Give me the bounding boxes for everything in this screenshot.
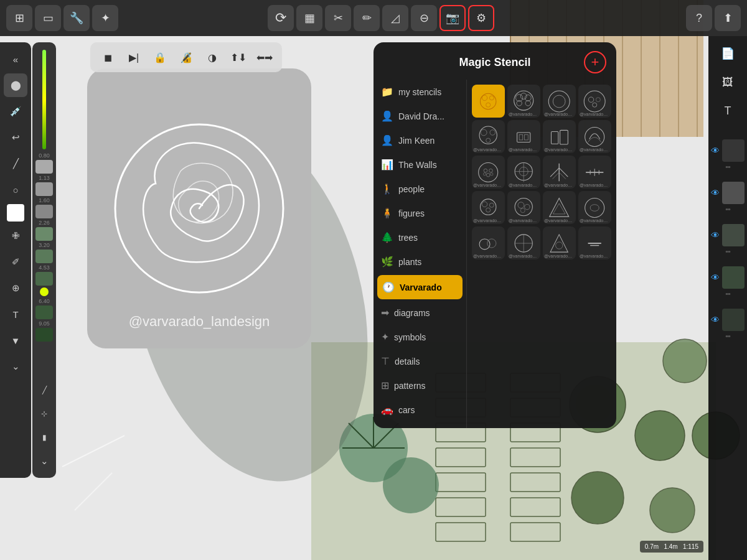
layers-btn[interactable]: ▭ [35, 5, 61, 31]
ms-category-plants[interactable]: 🌿plants [374, 250, 466, 274]
stencil-item-11[interactable]: @varvarado_landesign [543, 156, 576, 189]
stencil-username-2: @varvarado_landesign [507, 112, 540, 116]
eye-icon-1: 👁 [711, 146, 720, 156]
pen-btn[interactable]: ✂ [325, 5, 351, 31]
ms-add-button[interactable]: + [584, 51, 606, 73]
color-swatch-5[interactable] [35, 250, 53, 263]
green-stroke-indicator[interactable] [42, 50, 46, 149]
ms-category-people[interactable]: 🚶people [374, 177, 466, 201]
stencil-item-6[interactable]: @varvarado_landesign [507, 120, 540, 153]
ms-category-david-dra[interactable]: 👤David Dra... [374, 104, 466, 128]
layer-thumb-4[interactable] [722, 266, 745, 289]
lock-btn[interactable]: 🔒 [149, 46, 171, 68]
ms-category-my-stencils[interactable]: 📁my stencils [374, 80, 466, 104]
marker-btn[interactable]: ▮ [32, 426, 56, 449]
contrast-btn[interactable]: ◑ [201, 46, 223, 68]
circle-tool[interactable]: ○ [4, 178, 27, 202]
eyedropper-tool[interactable]: 💉 [4, 100, 27, 123]
next-btn[interactable]: ▶| [123, 46, 145, 68]
svg-point-33 [650, 488, 695, 533]
stencil-item-15[interactable]: @varvarado_landesign [543, 191, 576, 224]
stencil-item-19[interactable]: @varvarado_landesign [543, 226, 576, 259]
color-swatch-2[interactable] [35, 182, 53, 196]
chevron-down-icon[interactable]: ⌄ [4, 355, 27, 378]
stamp-tool[interactable]: ⊕ [4, 276, 27, 300]
gear-btn[interactable]: ⚙ [468, 5, 494, 31]
grid-btn[interactable]: ⊞ [6, 5, 32, 31]
pencil2-tool[interactable]: ✐ [4, 250, 27, 274]
stencil-item-8[interactable]: @varvarado_landesign [578, 120, 611, 153]
help-btn[interactable]: ? [686, 5, 712, 31]
stencil-item-17[interactable]: @varvarado_landesign [472, 226, 505, 259]
layer-section-1: 👁 ••• [708, 139, 747, 170]
stencil-item-4[interactable]: @varvarado_landesign [578, 85, 611, 118]
spray-btn[interactable]: ⊹ [32, 402, 56, 426]
stencil-item-2[interactable]: @varvarado_landesign [507, 85, 540, 118]
pencil-btn[interactable]: ✏ [354, 5, 380, 31]
select-btn[interactable]: ◼ [96, 46, 119, 68]
bottom-chevron[interactable]: ⌄ [32, 449, 56, 473]
camera-btn[interactable]: 📷 [439, 5, 466, 31]
stencil-item-10[interactable]: @varvarado_landesign [507, 156, 540, 189]
stencil-item-16[interactable]: @varvarado_landesign [578, 191, 611, 224]
stencil-item-20[interactable]: @varvarado_landesign [578, 226, 611, 259]
rp-doc-btn[interactable]: 📄 [714, 41, 741, 66]
slash-tool[interactable]: ╱ [4, 152, 27, 175]
minus-btn[interactable]: ⊖ [411, 5, 437, 31]
ms-category-varvarado[interactable]: 🕐Varvarado [377, 275, 463, 299]
svg-point-64 [490, 129, 495, 134]
layer-thumb-2[interactable] [722, 182, 745, 204]
stencil-item-7[interactable]: @varvarado_landesign [543, 120, 576, 153]
angle-btn[interactable]: ◿ [382, 5, 408, 31]
svg-line-83 [550, 167, 559, 176]
stencil-item-3[interactable]: @varvarado_landesign [543, 85, 576, 118]
color-swatch-7[interactable] [35, 306, 53, 319]
move-tool[interactable]: ✙ [4, 224, 27, 248]
eraser-tool[interactable]: ↩ [4, 126, 27, 149]
stencil-item-9[interactable]: @varvarado_landesign [472, 156, 505, 189]
stencil-item-13[interactable]: @varvarado_landesign [472, 191, 505, 224]
flip-v-btn[interactable]: ⬆⬇ [227, 46, 250, 68]
ms-category-jim-keen[interactable]: 👤Jim Keen [374, 128, 466, 152]
ms-category-patterns[interactable]: ⊞patterns [374, 373, 466, 398]
text-tool[interactable]: T [4, 302, 27, 326]
size-label-8: 9.05 [39, 320, 50, 327]
layer-thumb-1[interactable] [722, 139, 745, 162]
color-swatch-1[interactable] [35, 160, 53, 174]
rp-image-btn[interactable]: 🖼 [714, 70, 741, 95]
transform-btn[interactable]: ✦ [92, 5, 118, 31]
rp-text-btn[interactable]: T [714, 98, 741, 123]
ms-category-cars[interactable]: 🚗cars [374, 398, 466, 422]
color-swatch-4[interactable] [35, 227, 53, 241]
scale-bar: 0.7m 1.4m 1:115 [640, 541, 703, 553]
ms-category-trees[interactable]: 🌲trees [374, 225, 466, 250]
stencil-username-3: @varvarado_landesign [543, 112, 576, 116]
layer-thumb-5[interactable] [722, 309, 745, 331]
stencil-item-14[interactable]: @varvarado_landesign [507, 191, 540, 224]
stencil-item-12[interactable]: @varvarado_landesign [578, 156, 611, 189]
share-btn[interactable]: ⬆ [715, 5, 741, 31]
ms-category-symbols[interactable]: ✦symbols [374, 325, 466, 349]
brush-tool[interactable]: ⬤ [4, 73, 27, 97]
color-swatch-3[interactable] [35, 205, 53, 218]
magic-btn[interactable]: ⟳ [268, 5, 294, 31]
stencil-item-1[interactable] [472, 85, 505, 118]
stencil-item-5[interactable]: @varvarado_landesign [472, 120, 505, 153]
fill-tool[interactable]: ▼ [4, 329, 27, 352]
color-swatch-8[interactable] [35, 328, 53, 342]
lock2-btn[interactable]: 🔏 [175, 46, 197, 68]
ms-category-details[interactable]: ⊤details [374, 349, 466, 373]
stroke-btn[interactable]: ▦ [296, 5, 322, 31]
stencil-watermark: @varvarado_landesign [129, 314, 270, 330]
settings-btn[interactable]: 🔧 [63, 5, 90, 31]
stencil-svg-2 [510, 88, 537, 114]
stencil-item-18[interactable]: @varvarado_landesign [507, 226, 540, 259]
ms-category-figures[interactable]: 🧍figures [374, 201, 466, 225]
ms-category-diagrams[interactable]: ➡diagrams [374, 301, 466, 325]
layer-thumb-3[interactable] [722, 224, 745, 246]
pen-bottom-btn[interactable]: ╱ [32, 378, 56, 402]
color-swatch-6[interactable] [35, 272, 53, 286]
flip-h-btn[interactable]: ⬅➡ [253, 46, 276, 68]
chevron-left-icon[interactable]: « [4, 47, 27, 71]
ms-category-the-walls[interactable]: 📊The Walls [374, 152, 466, 177]
